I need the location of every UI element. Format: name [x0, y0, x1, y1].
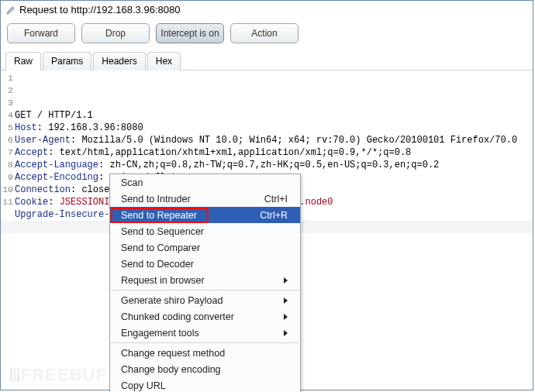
menu-item-label: Send to Repeater: [121, 210, 254, 221]
menu-item-label: Generate shiro Payload: [121, 295, 278, 306]
tab-hex[interactable]: Hex: [147, 52, 181, 70]
drop-button[interactable]: Drop: [81, 23, 150, 43]
line-number: 4: [1, 109, 13, 122]
menu-item[interactable]: Change body encoding: [110, 361, 300, 377]
menu-item[interactable]: Send to Decoder: [110, 256, 300, 272]
line-number: 1: [1, 72, 13, 84]
menu-item-label: Request in browser: [121, 275, 278, 286]
action-button[interactable]: Action: [230, 23, 299, 43]
context-menu[interactable]: ScanSend to IntruderCtrl+ISend to Repeat…: [109, 174, 301, 392]
http-line[interactable]: User-Agent: Mozilla/5.0 (Windows NT 10.0…: [15, 134, 533, 146]
menu-item-label: Change request method: [121, 348, 288, 359]
menu-item-shortcut: Ctrl+I: [264, 194, 288, 205]
chevron-right-icon: [284, 314, 288, 320]
pencil-icon: [5, 5, 16, 15]
chevron-right-icon: [284, 277, 288, 284]
http-line[interactable]: Accept-Language: zh-CN,zh;q=0.8,zh-TW;q=…: [15, 159, 533, 171]
titlebar: Request to http://192.168.3.96:8080: [1, 1, 533, 20]
menu-item-label: Send to Decoder: [121, 259, 288, 270]
message-editor-tabs: Raw Params Headers Hex: [1, 51, 533, 70]
proxy-intercept-window: Request to http://192.168.3.96:8080 Forw…: [0, 0, 533, 390]
menu-item-label: Chunked coding converter: [121, 311, 278, 322]
http-line[interactable]: Accept: text/html,application/xhtml+xml,…: [15, 146, 533, 159]
line-number: 3: [1, 97, 13, 109]
menu-item[interactable]: Send to Comparer: [110, 239, 300, 256]
line-number: 10: [1, 184, 13, 196]
menu-item-label: Send to Sequencer: [121, 226, 288, 237]
line-number: 5: [1, 122, 13, 134]
line-number: 6: [1, 134, 13, 146]
watermark: FREEBUF: [10, 365, 107, 385]
menu-item-label: Send to Intruder: [121, 194, 258, 205]
line-number: 9: [1, 171, 13, 184]
menu-item[interactable]: Send to RepeaterCtrl+R: [110, 207, 300, 223]
http-line[interactable]: Host: 192.168.3.96:8080: [15, 122, 533, 134]
tab-headers[interactable]: Headers: [93, 52, 145, 70]
menu-separator: [111, 290, 299, 291]
menu-item[interactable]: Generate shiro Payload: [110, 292, 300, 308]
menu-item[interactable]: Scan: [110, 174, 300, 191]
menu-item[interactable]: Send to Sequencer: [110, 223, 300, 239]
line-number: 2: [1, 84, 13, 97]
menu-item[interactable]: Send to IntruderCtrl+I: [110, 191, 300, 207]
menu-item-label: Engagement tools: [121, 328, 278, 339]
menu-separator: [111, 342, 299, 343]
line-number: 11: [1, 196, 13, 208]
intercept-toggle-button[interactable]: Intercept is on: [156, 23, 224, 43]
line-number: 8: [1, 159, 13, 171]
menu-item[interactable]: Chunked coding converter: [110, 308, 300, 325]
forward-button[interactable]: Forward: [7, 23, 75, 43]
menu-item[interactable]: Change request method: [110, 345, 300, 361]
line-gutter: 1234567891011: [1, 72, 13, 208]
menu-item-label: Scan: [121, 177, 288, 188]
tab-params[interactable]: Params: [43, 52, 91, 70]
menu-item-label: Send to Comparer: [121, 242, 288, 253]
chevron-right-icon: [284, 330, 288, 336]
chevron-right-icon: [284, 297, 288, 304]
line-number: 7: [1, 146, 13, 159]
menu-item[interactable]: Engagement tools: [110, 325, 300, 341]
intercept-toolbar: Forward Drop Intercept is on Action: [1, 20, 533, 51]
menu-item-label: Copy URL: [121, 380, 288, 391]
http-line[interactable]: GET / HTTP/1.1: [15, 109, 533, 122]
menu-item-shortcut: Ctrl+R: [260, 210, 288, 221]
menu-item-label: Change body encoding: [121, 364, 288, 375]
menu-item[interactable]: Copy URL: [110, 377, 300, 392]
window-title: Request to http://192.168.3.96:8080: [19, 4, 180, 15]
tab-raw[interactable]: Raw: [5, 52, 41, 70]
menu-item[interactable]: Request in browser: [110, 272, 300, 288]
